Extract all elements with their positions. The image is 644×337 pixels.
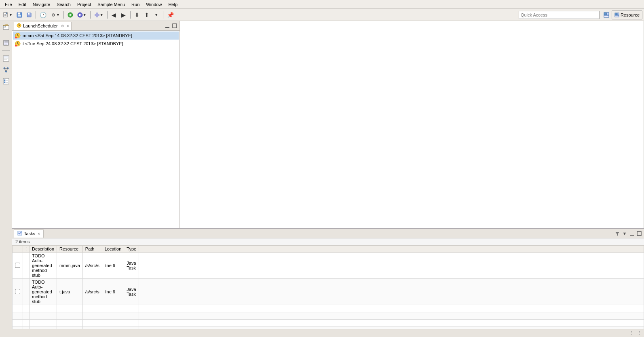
tasks-row1-path: /s/src/s [82, 253, 102, 279]
launch-scheduler-content: mmm <Sat Sep 14 08:32:32 CEST 2013> [STA… [12, 31, 179, 228]
tasks-col-location[interactable]: Location [102, 246, 124, 253]
tasks-data-table: ! Description Resource Path Location Typ… [12, 245, 644, 329]
tasks-table-header-row: ! Description Resource Path Location Typ… [13, 246, 644, 253]
tasks-minimize-button[interactable] [629, 230, 635, 237]
menu-project[interactable]: Project [74, 1, 94, 8]
tasks-row1-resource: mmm.java [57, 253, 83, 279]
launch-scheduler-panel: LaunchScheduler ⊗ × [12, 21, 180, 228]
icon-bar-btn-2[interactable] [2, 38, 11, 47]
status-dot-1: ⋮ [629, 331, 634, 336]
tasks-col-excl: ! [23, 246, 30, 253]
menu-help[interactable]: Help [165, 1, 181, 8]
toolbar-separator-1 [36, 11, 36, 19]
svg-rect-15 [96, 13, 98, 17]
settings-button[interactable]: ▼ [49, 11, 61, 19]
toolbar-separator-3 [90, 11, 91, 19]
editor-pane [180, 21, 644, 228]
tasks-col-type[interactable]: Type [124, 246, 139, 253]
launch-scheduler-tab-icon [17, 23, 21, 29]
annotation-options-button[interactable]: ▼ [152, 11, 161, 19]
back-button[interactable]: ◀ [110, 11, 118, 19]
svg-rect-5 [18, 15, 21, 17]
svg-rect-18 [604, 15, 609, 17]
tasks-row1-check[interactable] [13, 253, 23, 279]
tasks-status: 2 items [12, 238, 644, 245]
menu-window[interactable]: Window [143, 1, 165, 8]
icon-bar [0, 21, 12, 337]
open-perspective-button[interactable] [602, 11, 611, 19]
menu-sample-menu[interactable]: Sample Menu [94, 1, 128, 8]
prev-annotation-button[interactable]: ⬆ [142, 11, 151, 19]
toolbar-separator-4 [107, 11, 108, 19]
launch-scheduler-tab[interactable]: LaunchScheduler ⊗ × [14, 22, 72, 30]
tasks-row2-type: Java Task [124, 279, 139, 305]
quick-access-box[interactable] [519, 11, 600, 19]
icon-bar-btn-3[interactable] [2, 54, 11, 63]
menu-navigate[interactable]: Navigate [30, 1, 53, 8]
scheduler-item-1[interactable]: mmm <Sat Sep 14 08:32:32 CEST 2013> [STA… [13, 32, 179, 40]
debug-button[interactable]: ▼ [76, 11, 88, 19]
tasks-row2-checkbox[interactable] [15, 289, 20, 294]
menu-edit[interactable]: Edit [15, 1, 30, 8]
toolbar-separator-5 [130, 11, 131, 19]
tasks-row-1[interactable]: TODO Auto-generated method stub mmm.java… [13, 253, 644, 279]
scheduler-item-text-2: t <Tue Sep 24 08:32:32 CEST 2013> [STAND… [23, 41, 123, 46]
menu-run[interactable]: Run [128, 1, 143, 8]
tasks-panel-header: Tasks × ▼ [12, 229, 644, 238]
tasks-tab[interactable]: Tasks × [14, 230, 44, 238]
icon-bar-btn-5[interactable] [2, 77, 11, 86]
tasks-row1-location: line 6 [102, 253, 124, 279]
tasks-row2-description: TODO Auto-generated method stub [30, 279, 57, 305]
new-button[interactable]: ▼ [2, 11, 14, 19]
scheduler-item-icon-1 [15, 32, 21, 39]
scheduler-item-2[interactable]: t <Tue Sep 24 08:32:32 CEST 2013> [STAND… [13, 40, 179, 48]
launch-scheduler-tab-label: LaunchScheduler [23, 23, 58, 28]
svg-rect-21 [615, 15, 619, 17]
quick-access-input[interactable] [521, 13, 598, 17]
tasks-view-menu-button[interactable]: ▼ [621, 230, 628, 237]
history-button[interactable]: 🕐 [38, 11, 48, 19]
tasks-actions: ▼ [614, 230, 642, 237]
pin-button[interactable]: 📌 [165, 11, 175, 19]
tasks-row-2[interactable]: TODO Auto-generated method stub t.java /… [13, 279, 644, 305]
tasks-col-resource[interactable]: Resource [57, 246, 83, 253]
svg-rect-47 [173, 24, 177, 28]
launch-scheduler-tab-close[interactable]: × [67, 24, 69, 28]
svg-rect-23 [3, 25, 6, 27]
svg-rect-39 [4, 80, 5, 81]
tasks-maximize-button[interactable] [636, 230, 642, 237]
svg-point-9 [53, 15, 54, 15]
tasks-row2-check[interactable] [13, 279, 23, 305]
next-annotation-button[interactable]: ⬇ [133, 11, 141, 19]
tasks-empty-row-2 [13, 312, 644, 320]
run-button[interactable] [66, 11, 75, 19]
panel-minimize-button[interactable] [164, 23, 171, 29]
icon-bar-btn-4[interactable] [2, 65, 11, 74]
menu-search[interactable]: Search [53, 1, 74, 8]
tasks-col-path[interactable]: Path [82, 246, 102, 253]
top-pane: LaunchScheduler ⊗ × [12, 21, 644, 228]
tasks-row2-location: line 6 [102, 279, 124, 305]
save-button[interactable] [15, 11, 24, 19]
toolbar-separator-2 [63, 11, 64, 19]
tasks-tab-close[interactable]: × [38, 232, 40, 236]
tasks-table[interactable]: ! Description Resource Path Location Typ… [12, 245, 644, 329]
tasks-row2-extra [139, 279, 644, 305]
icon-bar-btn-1[interactable] [2, 23, 11, 32]
panel-maximize-button[interactable] [171, 23, 178, 29]
tasks-row1-checkbox[interactable] [15, 263, 20, 268]
tools-button[interactable]: ▼ [93, 11, 105, 19]
status-dot-2: ⋮ [637, 331, 642, 336]
panel-actions [164, 23, 178, 29]
tasks-filter-button[interactable] [614, 230, 621, 237]
tasks-tab-label: Tasks [24, 231, 35, 236]
tasks-col-description[interactable]: Description [30, 246, 57, 253]
panel-header: LaunchScheduler ⊗ × [12, 21, 179, 31]
save-all-button[interactable] [25, 11, 34, 19]
tasks-col-extra [139, 246, 644, 253]
forward-button[interactable]: ▶ [119, 11, 128, 19]
resource-perspective-button[interactable]: Resource [612, 11, 642, 19]
menu-file[interactable]: File [2, 1, 15, 8]
menu-bar: File Edit Navigate Search Project Sample… [0, 0, 644, 9]
tasks-empty-row-3 [13, 320, 644, 327]
